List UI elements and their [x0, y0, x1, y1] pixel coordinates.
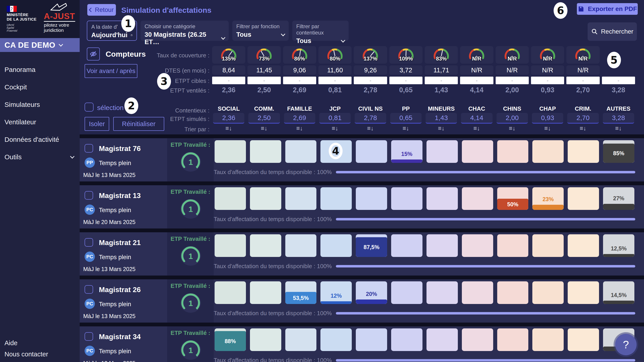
contentieux-cell[interactable] — [391, 328, 422, 351]
export-pdf-button[interactable]: Exporter en PDF — [577, 3, 638, 15]
contentieux-cell[interactable] — [391, 234, 422, 257]
contentieux-cell[interactable]: 20% — [356, 281, 387, 304]
sort-button[interactable]: ≡↓ — [248, 125, 280, 132]
magistrat-checkbox[interactable] — [84, 238, 93, 247]
contentieux-cell[interactable] — [250, 187, 281, 210]
contentieux-cell[interactable] — [214, 281, 246, 304]
sort-button[interactable]: ≡↓ — [496, 125, 529, 132]
etpt-simule-input[interactable]: 4,14 — [461, 113, 492, 124]
contentieux-cell[interactable] — [568, 140, 599, 163]
sidebar-item-outils[interactable]: Outils — [0, 148, 80, 166]
category-filter[interactable]: Choisir une catégorie 30 Magistrats (26.… — [140, 21, 229, 41]
sidebar-item-simulateurs[interactable]: Simulateurs — [0, 96, 80, 113]
etpt-simule-input[interactable]: 0,93 — [532, 113, 563, 124]
contentieux-cell[interactable]: 14,5% — [603, 281, 634, 304]
contentieux-cell[interactable] — [214, 187, 246, 210]
contentieux-cell[interactable] — [250, 234, 281, 257]
sidebar-item-panorama[interactable]: Panorama — [0, 61, 80, 78]
contentieux-cell[interactable] — [320, 328, 352, 351]
contentieux-cell[interactable] — [532, 234, 564, 257]
etpt-simule-input[interactable]: 2,69 — [284, 113, 315, 124]
magistrat-checkbox[interactable] — [84, 191, 93, 200]
etpt-cible-input[interactable]: - — [460, 77, 493, 84]
contentieux-cell[interactable] — [285, 187, 317, 210]
contentieux-cell[interactable]: 50% — [497, 187, 528, 210]
sort-button[interactable]: ≡↓ — [566, 125, 600, 132]
etpt-simule-input[interactable]: 0,81 — [319, 113, 351, 124]
etpt-simule-input[interactable]: 2,00 — [496, 113, 528, 124]
contentieux-cell[interactable] — [462, 281, 493, 304]
before-after-button[interactable]: Voir avant / après — [84, 64, 138, 78]
sidebar-item-cockpit[interactable]: Cockpit — [0, 78, 80, 96]
contentieux-cell[interactable] — [250, 328, 281, 351]
etpt-cible-input[interactable]: - — [531, 77, 564, 84]
etpt-cible-input[interactable]: - — [602, 77, 635, 84]
help-button[interactable]: ? — [615, 334, 636, 355]
contentieux-cell[interactable] — [497, 328, 528, 351]
contentieux-cell[interactable] — [391, 281, 422, 304]
contentieux-cell[interactable]: 53,5% — [285, 281, 317, 304]
contentieux-cell[interactable] — [356, 328, 387, 351]
contentieux-cell[interactable] — [532, 281, 564, 304]
etpt-cible-input[interactable]: - — [425, 77, 458, 84]
contentieux-cell[interactable] — [356, 140, 387, 163]
contentieux-cell[interactable] — [214, 140, 246, 163]
etpt-cible-input[interactable]: - — [354, 77, 387, 84]
contentieux-cell[interactable] — [568, 328, 599, 351]
contentieux-filter[interactable]: Filtrer par contentieux Tous — [292, 21, 349, 41]
contentieux-cell[interactable] — [568, 234, 599, 257]
selection-checkbox[interactable] — [84, 103, 94, 112]
contentieux-cell[interactable] — [250, 281, 281, 304]
contentieux-cell[interactable] — [497, 140, 528, 163]
isolate-button[interactable]: Isoler — [84, 117, 109, 131]
contentieux-cell[interactable]: 15% — [391, 140, 422, 163]
contentieux-cell[interactable] — [497, 234, 528, 257]
back-button[interactable]: Retour — [87, 4, 116, 16]
jurisdiction-selector[interactable]: CA DE DEMO — [0, 38, 80, 52]
sort-button[interactable]: ≡↓ — [283, 125, 316, 132]
sort-button[interactable]: ≡↓ — [212, 125, 245, 132]
contentieux-cell[interactable] — [462, 234, 493, 257]
etpt-simule-input[interactable]: 2,78 — [355, 113, 386, 124]
contentieux-cell[interactable] — [568, 187, 599, 210]
contentieux-cell[interactable] — [568, 281, 599, 304]
etpt-simule-input[interactable]: 0,65 — [390, 113, 422, 124]
etpt-cible-input[interactable]: - — [283, 77, 316, 84]
contentieux-cell[interactable]: 27% — [603, 187, 634, 210]
sort-button[interactable]: ≡↓ — [531, 125, 564, 132]
sidebar-footer-item[interactable]: Nous contacter — [0, 348, 80, 360]
contentieux-cell[interactable]: 23% — [532, 187, 564, 210]
sidebar-item-ventilateur[interactable]: Ventilateur — [0, 113, 80, 131]
contentieux-cell[interactable] — [426, 187, 458, 210]
contentieux-cell[interactable] — [391, 187, 422, 210]
etpt-cible-input[interactable]: - — [212, 77, 245, 84]
contentieux-cell[interactable] — [462, 187, 493, 210]
contentieux-cell[interactable]: 85% — [603, 140, 634, 163]
contentieux-cell[interactable] — [532, 328, 564, 351]
contentieux-cell[interactable]: 88% — [214, 328, 246, 351]
contentieux-cell[interactable] — [285, 234, 317, 257]
etpt-simule-input[interactable]: 2,36 — [213, 113, 244, 124]
contentieux-cell[interactable] — [285, 140, 317, 163]
etpt-simule-input[interactable]: 2,70 — [567, 113, 598, 124]
contentieux-cell[interactable]: 87,5% — [356, 234, 387, 257]
contentieux-cell[interactable] — [462, 328, 493, 351]
sort-button[interactable]: ≡↓ — [354, 125, 387, 132]
magistrat-checkbox[interactable] — [84, 285, 93, 294]
etpt-cible-input[interactable]: - — [248, 77, 280, 84]
magistrat-checkbox[interactable] — [84, 332, 93, 341]
etpt-cible-input[interactable]: - — [566, 77, 600, 84]
etpt-simule-input[interactable]: 2,50 — [248, 113, 280, 124]
etpt-cible-input[interactable]: - — [389, 77, 422, 84]
magistrat-checkbox[interactable] — [84, 144, 93, 152]
contentieux-cell[interactable] — [426, 281, 458, 304]
search-button[interactable]: Rechercher — [588, 22, 637, 41]
fonction-filter[interactable]: Filtrer par fonction Tous — [232, 21, 289, 41]
contentieux-cell[interactable] — [497, 281, 528, 304]
contentieux-cell[interactable] — [250, 140, 281, 163]
etpt-cible-input[interactable]: - — [318, 77, 352, 84]
contentieux-cell[interactable] — [320, 234, 352, 257]
sort-button[interactable]: ≡↓ — [460, 125, 493, 132]
contentieux-cell[interactable]: 12% — [320, 281, 352, 304]
sort-button[interactable]: ≡↓ — [425, 125, 458, 132]
